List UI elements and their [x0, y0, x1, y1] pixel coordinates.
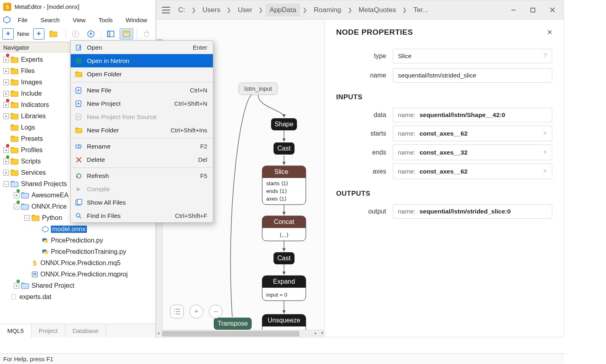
- svg-rect-33: [11, 182, 18, 187]
- download-button[interactable]: [69, 28, 82, 40]
- prop-name-value[interactable]: sequential/lstm/strided_slice: [393, 68, 552, 83]
- tree-row[interactable]: +Shared Project: [0, 280, 156, 291]
- graph-list-button[interactable]: [170, 305, 184, 318]
- tree-expander-icon[interactable]: +: [3, 57, 9, 63]
- breadcrumb: C:❯Users❯User❯AppData❯Roaming❯MetaQuotes…: [174, 4, 504, 17]
- svg-rect-35: [21, 193, 29, 198]
- svg-rect-46: [11, 294, 15, 299]
- hamburger-icon[interactable]: [158, 2, 174, 18]
- menu-item-label: Open in Netron: [87, 57, 203, 65]
- svg-marker-40: [42, 226, 48, 232]
- menu-item[interactable]: Open Enter: [71, 41, 213, 54]
- tree-row[interactable]: ONNX.Price.Prediction.mqproj: [0, 269, 156, 280]
- menu-item[interactable]: Show All Files: [71, 196, 213, 209]
- open-folder-button[interactable]: [47, 28, 62, 40]
- menu-file[interactable]: File: [11, 14, 34, 26]
- node-cast-1[interactable]: Cast: [274, 142, 295, 155]
- tree-expander-icon[interactable]: +: [3, 147, 9, 153]
- breadcrumb-segment[interactable]: C:: [174, 4, 189, 17]
- horizontal-scrollbar[interactable]: ◂ ▸ ▾: [156, 330, 324, 338]
- prop-value[interactable]: name: sequential/lstm/Shape__42:0: [393, 108, 552, 122]
- menu-view[interactable]: View: [66, 14, 92, 26]
- menu-item-shortcut: F2: [200, 143, 207, 150]
- expand-icon[interactable]: +: [543, 129, 547, 138]
- tab-mql5[interactable]: MQL5: [0, 324, 32, 337]
- layout-button-1[interactable]: [104, 28, 117, 40]
- breadcrumb-segment[interactable]: User: [234, 4, 256, 17]
- trash-button[interactable]: [140, 28, 153, 40]
- tree-expander-icon[interactable]: +: [3, 102, 9, 108]
- menu-item[interactable]: New Project Ctrl+Shift+N: [71, 97, 213, 110]
- tree-expander-icon[interactable]: +: [14, 192, 19, 198]
- tree-row[interactable]: PricePrediction.py: [0, 235, 156, 246]
- help-icon[interactable]: ?: [543, 52, 547, 60]
- delete-icon: [75, 156, 83, 164]
- prop-value[interactable]: name: const_axes__62 +: [393, 163, 552, 179]
- node-transpose[interactable]: Transpose: [214, 318, 252, 330]
- download-all-button[interactable]: [84, 28, 97, 40]
- prop-label: data: [336, 111, 393, 119]
- new-file-button[interactable]: +: [2, 28, 14, 40]
- expand-icon[interactable]: +: [543, 148, 547, 157]
- tree-expander-icon[interactable]: +: [14, 283, 19, 289]
- tree-expander-icon[interactable]: +: [3, 68, 9, 74]
- breadcrumb-segment[interactable]: MetaQuotes: [355, 4, 400, 17]
- tree-expander-icon[interactable]: +: [3, 91, 9, 96]
- tree-row[interactable]: model.onnx: [0, 224, 156, 235]
- tree-expander-icon[interactable]: +: [3, 79, 9, 85]
- minimize-button[interactable]: [504, 2, 523, 18]
- menu-item[interactable]: Refresh F5: [71, 169, 213, 182]
- svg-text:Unsqueeze: Unsqueeze: [268, 317, 301, 324]
- prop-value[interactable]: name: const_axes__62 +: [393, 126, 552, 141]
- tab-database[interactable]: Database: [65, 324, 106, 337]
- tree-expander-icon[interactable]: −: [24, 215, 30, 221]
- tree-expander-icon[interactable]: +: [3, 159, 9, 164]
- prop-value[interactable]: name: sequential/lstm/strided_slice:0: [393, 204, 552, 219]
- menu-item-label: New Project from Source: [87, 113, 203, 121]
- tree-row[interactable]: experts.dat: [0, 291, 156, 303]
- menu-search[interactable]: Search: [34, 14, 66, 26]
- scroll-down-icon[interactable]: ▾: [321, 331, 324, 336]
- maximize-button[interactable]: [523, 2, 543, 18]
- menu-item[interactable]: Rename F2: [71, 140, 213, 153]
- tree-expander-icon[interactable]: −: [14, 204, 19, 209]
- node-shape[interactable]: Shape: [271, 118, 297, 130]
- expand-icon[interactable]: +: [543, 167, 547, 176]
- menu-item[interactable]: Delete Del: [71, 153, 213, 166]
- new-project-button[interactable]: +: [33, 28, 44, 40]
- menu-window[interactable]: Window: [119, 14, 154, 26]
- horizontal-scroll-thumb[interactable]: [162, 331, 299, 337]
- menu-item[interactable]: Open in Netron: [71, 54, 213, 67]
- tree-expander-icon[interactable]: −: [3, 181, 9, 187]
- prop-type-value[interactable]: Slice?: [393, 49, 552, 63]
- node-unsqueeze[interactable]: Unsqueeze axes ⟨1⟩: [262, 314, 306, 330]
- tree-row[interactable]: 5ONNX.Price.Prediction.mq5: [0, 257, 156, 269]
- menu-item[interactable]: New File Ctrl+N: [71, 84, 213, 97]
- menu-item[interactable]: Find in Files Ctrl+Shift+F: [71, 209, 213, 222]
- node-concat[interactable]: Concat ⟨...⟩: [262, 216, 306, 241]
- breadcrumb-segment[interactable]: Ter...: [409, 4, 432, 17]
- zoom-out-button[interactable]: −: [209, 305, 223, 318]
- breadcrumb-segment[interactable]: Roaming: [309, 4, 345, 17]
- menu-item[interactable]: New Folder Ctrl+Shift+Ins: [71, 123, 213, 137]
- layout-button-2[interactable]: [120, 28, 133, 40]
- menu-tools[interactable]: Tools: [92, 14, 119, 26]
- scroll-left-icon[interactable]: ◂: [157, 331, 160, 336]
- node-slice[interactable]: Slice starts ⟨1⟩ ends ⟨1⟩ axes ⟨1⟩: [262, 166, 306, 205]
- tree-expander-icon[interactable]: +: [3, 170, 9, 176]
- node-cast-2[interactable]: Cast: [274, 252, 295, 264]
- scroll-right-icon[interactable]: ▸: [315, 331, 317, 336]
- tree-row[interactable]: PricePredictionTraining.py: [0, 246, 156, 257]
- props-close-icon[interactable]: ×: [547, 27, 552, 38]
- breadcrumb-segment[interactable]: AppData: [265, 4, 300, 17]
- prop-value[interactable]: name: const_axes__32 +: [393, 144, 552, 160]
- menu-item[interactable]: Open Folder: [71, 67, 213, 81]
- menu-item-label: Compile: [87, 186, 203, 193]
- close-button[interactable]: [543, 2, 562, 18]
- zoom-in-button[interactable]: +: [189, 305, 203, 318]
- breadcrumb-segment[interactable]: Users: [198, 4, 224, 17]
- tab-project[interactable]: Project: [32, 324, 65, 337]
- svg-text:Expand: Expand: [273, 278, 295, 285]
- node-expand[interactable]: Expand input = 0: [262, 276, 306, 301]
- tree-expander-icon[interactable]: +: [3, 113, 9, 119]
